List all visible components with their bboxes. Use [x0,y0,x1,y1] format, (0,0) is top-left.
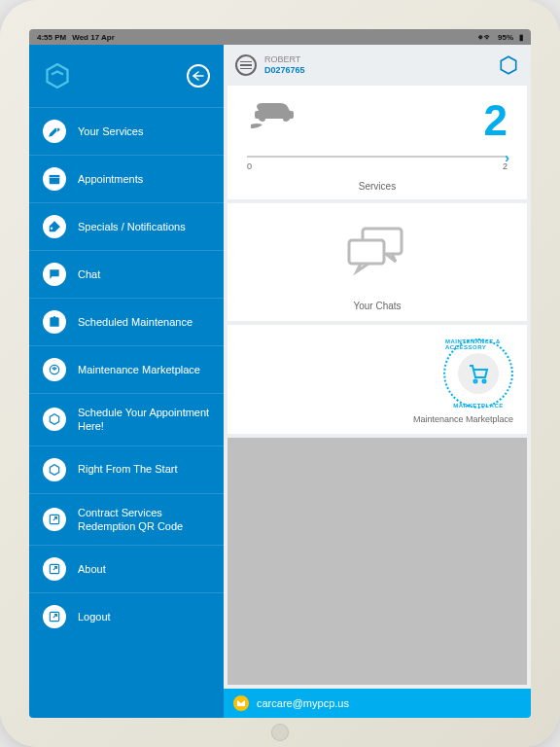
cart-icon [458,353,499,394]
marketplace-card[interactable]: MAINTENANCE & ACCESSORY MARKETPLACE Main… [228,325,527,434]
status-left: 4:55 PM Wed 17 Apr [37,33,115,42]
sidebar-item-logout[interactable]: Logout [29,592,224,640]
sidebar-item-right-from-start[interactable]: Right From The Start [29,445,224,493]
battery-icon: ▮ [519,33,523,42]
sidebar-item-label: Maintenance Marketplace [78,363,200,376]
status-bar: 4:55 PM Wed 17 Apr ◉ ᯤ 95% ▮ [29,29,531,45]
services-count: 2 [484,99,508,142]
svg-rect-2 [50,175,60,177]
chat-bubbles-icon [343,225,411,281]
main-content: ROBERT D0276765 2 [224,45,531,718]
external-icon [43,557,66,581]
sidebar-nav: Your Services Appointments Specials / No… [29,107,224,640]
maintenance-icon [43,310,66,334]
sidebar-item-label: Your Services [78,124,143,138]
sidebar-logo [43,61,72,90]
badge-bottom-label: MARKETPLACE [453,403,504,409]
calendar-icon [43,167,66,191]
sidebar-item-label: About [78,562,106,576]
app-container: Your Services Appointments Specials / No… [29,45,531,718]
sidebar-item-about[interactable]: About [29,545,224,592]
sidebar-header [29,45,224,107]
status-time: 4:55 PM [37,33,66,42]
svg-point-7 [260,116,265,122]
chats-card[interactable]: Your Chats [228,203,527,321]
main-header: ROBERT D0276765 [224,45,531,86]
svg-point-12 [483,380,486,383]
user-info: ROBERT D0276765 [235,54,305,76]
car-icon [247,99,296,136]
sidebar-item-your-services[interactable]: Your Services [29,107,224,155]
user-id: D0276765 [264,65,305,76]
services-progress: › 0 2 [247,156,508,171]
placeholder-panel [228,438,527,685]
external-icon [43,605,66,628]
sidebar-item-label: Specials / Notifications [78,220,186,233]
services-card[interactable]: 2 › 0 2 Services [228,86,527,199]
sidebar: Your Services Appointments Specials / No… [29,45,224,718]
sidebar-item-schedule-appointment[interactable]: Schedule Your Appointment Here! [29,393,224,445]
marketplace-icon [43,358,66,381]
status-date: Wed 17 Apr [72,33,115,42]
back-button[interactable] [187,64,210,88]
device-bezel: 4:55 PM Wed 17 Apr ◉ ᯤ 95% ▮ [0,0,560,747]
marketplace-caption: Maintenance Marketplace [413,414,513,424]
sidebar-item-label: Appointments [78,172,143,186]
services-icon [43,120,66,143]
screen: 4:55 PM Wed 17 Apr ◉ ᯤ 95% ▮ [29,29,531,718]
badge-top-label: MAINTENANCE & ACCESSORY [445,338,511,350]
svg-point-11 [474,380,477,383]
progress-min: 0 [247,161,252,171]
menu-button[interactable] [235,54,257,76]
user-name: ROBERT [264,54,305,65]
chevron-right-icon: › [505,150,509,165]
services-top: 2 [247,99,508,142]
sidebar-item-label: Right From The Start [78,462,178,476]
sidebar-item-label: Scheduled Maintenance [78,315,192,329]
svg-point-8 [283,116,289,122]
external-icon [43,508,66,531]
sidebar-item-label: Schedule Your Appointment Here! [78,406,210,434]
sidebar-item-label: Chat [78,267,100,281]
sidebar-item-appointments[interactable]: Appointments [29,155,224,202]
wifi-icon: ◉ ᯤ [478,33,492,42]
user-text: ROBERT D0276765 [264,54,305,76]
hexagon-icon [43,458,66,481]
header-logo [498,54,519,76]
footer-email: carcare@mypcp.us [257,697,349,709]
sidebar-item-qr-code[interactable]: Contract Services Redemption QR Code [29,493,224,546]
status-right: ◉ ᯤ 95% ▮ [478,33,523,42]
sidebar-item-label: Contract Services Redemption QR Code [78,506,210,534]
sidebar-item-scheduled-maintenance[interactable]: Scheduled Maintenance [29,298,224,345]
chats-caption: Your Chats [247,301,508,311]
marketplace-badge: MAINTENANCE & ACCESSORY MARKETPLACE [443,338,513,409]
hexagon-icon [43,408,66,431]
chat-icon [43,263,66,286]
tag-icon [43,215,66,238]
envelope-icon [233,695,249,711]
svg-rect-10 [349,240,384,264]
sidebar-item-chat[interactable]: Chat [29,250,224,298]
battery-label: 95% [498,33,513,42]
sidebar-item-marketplace[interactable]: Maintenance Marketplace [29,345,224,393]
sidebar-item-specials[interactable]: Specials / Notifications [29,202,224,250]
home-button[interactable] [271,724,289,741]
footer-bar[interactable]: carcare@mypcp.us [224,689,531,718]
sidebar-item-label: Logout [78,610,111,623]
services-caption: Services [247,181,508,192]
